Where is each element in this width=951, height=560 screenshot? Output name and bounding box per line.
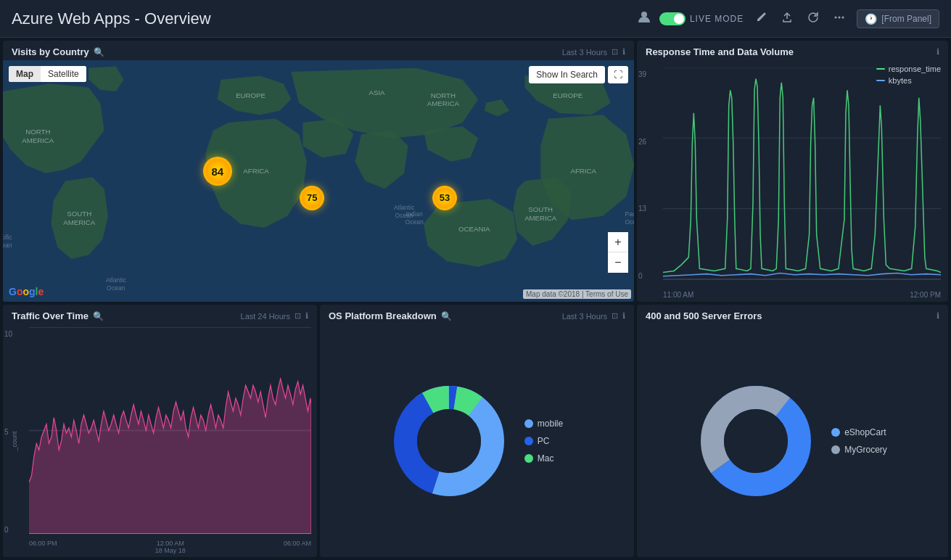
response-time-legend: response_time kbytes — [876, 65, 941, 85]
zoom-in-button[interactable]: + — [608, 232, 628, 252]
traffic-over-time-panel: Traffic Over Time 🔍 Last 24 Hours ⊡ ℹ 10… — [3, 305, 317, 557]
errors-legend: eShopCart MyGrocery — [831, 427, 887, 455]
visits-map-content: NORTH AMERICA EUROPE ASIA AFRICA SOUTH A… — [3, 60, 634, 302]
visits-panel-meta: Last 3 Hours ⊡ ℹ — [562, 47, 625, 57]
header: Azure Web Apps - Overview LIVE MODE — [0, 0, 951, 38]
legend-eshopcart: eShopCart — [831, 427, 887, 437]
search-icon-os[interactable]: 🔍 — [441, 311, 452, 321]
eshopcart-dot — [831, 428, 840, 437]
svg-point-3 — [842, 16, 844, 18]
svg-text:Atlantic: Atlantic — [394, 204, 415, 211]
edit-icon[interactable] — [752, 9, 770, 29]
traffic-x-axis: 06:00 PM 12:00 AM18 May 18 06:00 AM — [29, 540, 311, 554]
map-zoom-controls: + − — [608, 232, 628, 273]
svg-point-1 — [835, 16, 837, 18]
pc-dot — [524, 437, 533, 445]
svg-text:EUROPE: EUROPE — [553, 91, 582, 99]
svg-point-44 — [724, 409, 788, 473]
legend-mygrocery: MyGrocery — [831, 445, 887, 455]
svg-point-2 — [839, 16, 841, 18]
copy-icon-traffic[interactable]: ⊡ — [295, 311, 301, 321]
svg-text:SOUTH: SOUTH — [528, 205, 553, 213]
svg-text:Ocean: Ocean — [405, 218, 424, 226]
user-icon[interactable] — [638, 10, 651, 27]
traffic-content: 10 5 0 _count 06:00 PM — [3, 324, 317, 557]
errors-content: eShopCart MyGrocery — [637, 324, 948, 557]
share-icon[interactable] — [778, 9, 796, 29]
traffic-header: Traffic Over Time 🔍 Last 24 Hours ⊡ ℹ — [3, 305, 317, 324]
svg-text:SOUTH: SOUTH — [67, 210, 91, 218]
os-platform-panel: OS Platform Breakdown 🔍 Last 3 Hours ⊡ ℹ — [320, 305, 634, 557]
zoom-out-button[interactable]: − — [608, 252, 628, 273]
map-tab[interactable]: Map — [9, 66, 41, 82]
svg-text:AMERICA: AMERICA — [63, 218, 96, 226]
traffic-meta: Last 24 Hours ⊡ ℹ — [241, 311, 308, 321]
errors-meta: ℹ — [936, 311, 939, 321]
server-errors-panel: 400 and 500 Server Errors ℹ — [637, 305, 948, 557]
svg-text:AFRICA: AFRICA — [243, 167, 269, 175]
satellite-tab[interactable]: Satellite — [41, 66, 86, 82]
visits-by-country-panel: Visits by Country 🔍 Last 3 Hours ⊡ ℹ — [3, 41, 634, 302]
refresh-icon[interactable] — [804, 9, 822, 29]
svg-text:Ocean: Ocean — [395, 212, 414, 219]
errors-donut-wrap: eShopCart MyGrocery — [637, 324, 948, 557]
svg-text:NORTH: NORTH — [431, 91, 456, 99]
info-icon-traffic[interactable]: ℹ — [305, 311, 308, 321]
info-icon-rt[interactable]: ℹ — [936, 47, 939, 57]
map-marker-53[interactable]: 53 — [432, 186, 457, 210]
show-in-search-button[interactable]: Show In Search — [529, 66, 605, 83]
response-time-meta: ℹ — [936, 47, 939, 57]
search-icon-traffic[interactable]: 🔍 — [93, 311, 104, 321]
svg-text:Pacific: Pacific — [3, 234, 12, 241]
response-time-content: response_time kbytes 39 26 13 0 — [637, 60, 948, 302]
visits-panel-header: Visits by Country 🔍 Last 3 Hours ⊡ ℹ — [3, 41, 634, 60]
header-controls: LIVE MODE 🕐 [From Panel] — [638, 9, 939, 29]
traffic-title: Traffic Over Time 🔍 — [12, 310, 104, 321]
from-panel-label: [From Panel] — [881, 14, 931, 24]
svg-text:ASIA: ASIA — [369, 88, 386, 96]
visits-panel-title: Visits by Country 🔍 — [12, 46, 104, 57]
mygrocery-dot — [831, 445, 840, 454]
info-icon[interactable]: ℹ — [622, 47, 625, 57]
response-time-chart — [663, 67, 941, 280]
svg-text:Pacific: Pacific — [625, 210, 634, 218]
os-donut-wrap: mobile PC Mac — [320, 324, 634, 557]
os-legend: mobile PC Mac — [524, 419, 563, 464]
y-count-label: _count — [11, 431, 18, 450]
copy-icon[interactable]: ⊡ — [612, 47, 618, 57]
map-marker-84[interactable]: 84 — [203, 157, 232, 186]
os-donut-chart — [391, 383, 507, 499]
y-axis: 39 26 13 0 — [638, 70, 646, 280]
legend-mobile: mobile — [524, 419, 563, 429]
legend-kbytes: kbytes — [876, 76, 941, 85]
search-icon[interactable]: 🔍 — [94, 47, 104, 57]
response-time-title: Response Time and Data Volume — [646, 46, 794, 57]
info-icon-os[interactable]: ℹ — [622, 311, 625, 321]
from-panel-dropdown[interactable]: 🕐 [From Panel] — [857, 9, 939, 28]
map-marker-75[interactable]: 75 — [300, 186, 324, 210]
more-options-icon[interactable] — [831, 9, 848, 29]
legend-response-time: response_time — [876, 65, 941, 73]
dashboard: Visits by Country 🔍 Last 3 Hours ⊡ ℹ — [0, 38, 951, 560]
clock-icon: 🕐 — [865, 13, 877, 25]
expand-map-button[interactable]: ⛶ — [608, 66, 628, 83]
os-content: mobile PC Mac — [320, 324, 634, 557]
copy-icon-os[interactable]: ⊡ — [612, 311, 618, 321]
traffic-chart — [29, 327, 311, 534]
svg-text:OCEANIA: OCEANIA — [458, 225, 490, 233]
errors-donut-chart — [698, 383, 814, 499]
info-icon-errors[interactable]: ℹ — [936, 311, 939, 321]
errors-header: 400 and 500 Server Errors ℹ — [637, 305, 948, 324]
map-container[interactable]: NORTH AMERICA EUROPE ASIA AFRICA SOUTH A… — [3, 60, 634, 302]
mac-dot — [524, 454, 533, 463]
svg-point-0 — [641, 12, 647, 17]
map-view-toggle[interactable]: Map Satellite — [9, 66, 86, 82]
os-title: OS Platform Breakdown 🔍 — [329, 310, 452, 321]
live-mode-toggle[interactable] — [659, 12, 686, 25]
svg-text:AMERICA: AMERICA — [524, 214, 557, 222]
legend-mac: Mac — [524, 453, 563, 464]
svg-text:Ocean: Ocean — [107, 284, 125, 292]
google-logo: Google — [9, 286, 44, 297]
svg-text:Atlantic: Atlantic — [106, 276, 127, 284]
response-time-legend-dot — [876, 68, 885, 70]
